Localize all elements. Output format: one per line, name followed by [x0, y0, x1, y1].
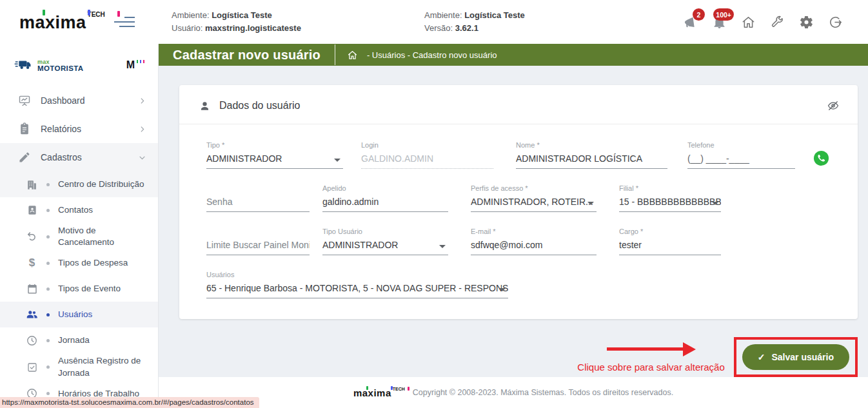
nome-label: Nome *	[516, 141, 667, 149]
calendar-icon	[26, 283, 38, 295]
sidebar-item-contatos[interactable]: Contatos	[0, 197, 158, 223]
perfis-label: Perfis de acesso *	[471, 184, 597, 192]
eye-slash-icon[interactable]	[827, 99, 840, 112]
whatsapp-icon[interactable]	[813, 150, 829, 166]
tools-wrench-icon[interactable]	[769, 14, 785, 30]
red-arrow-icon	[607, 342, 696, 356]
users-icon	[26, 309, 38, 321]
apelido-input[interactable]: galdino.admin	[322, 197, 448, 212]
perfis-field: Perfis de acesso * ADMINISTRADOR, ROTEIR…	[471, 184, 597, 212]
header-divider	[335, 44, 335, 65]
save-section: Clique sobre para salvar alteração ✓ Sal…	[179, 337, 858, 377]
chevron-right-icon	[138, 97, 146, 105]
megaphone-badge: 2	[693, 8, 705, 21]
bell-badge: 100+	[713, 8, 734, 21]
sidebar-item-cadastros[interactable]: Cadastros	[0, 143, 158, 171]
usuarios-select[interactable]: 65 - Henrique Barbosa - MOTORISTA, 5 - N…	[206, 283, 508, 298]
sidebar-subitem-label: Ausência Registro de Jornada	[58, 355, 149, 378]
sidebar-subitem-label: Centro de Distribuição	[58, 179, 144, 190]
sidebar-item-jornada[interactable]: Jornada	[0, 327, 158, 353]
tipo-usuario-field: Tipo Usuário ADMINISTRADOR	[322, 228, 448, 255]
ambiente-label: Ambiente:	[172, 10, 210, 20]
bullet-dot	[46, 183, 50, 186]
dropdown-caret-icon	[587, 202, 594, 205]
tipo-usuario-select[interactable]: ADMINISTRADOR	[322, 240, 448, 255]
notifications-bell-icon[interactable]: 100+	[711, 14, 727, 30]
maxmotorista-logo: max MOTORISTA	[14, 58, 84, 72]
environment-info-center: Ambiente: Logística Teste Versão: 3.62.1	[424, 9, 525, 35]
clock-icon	[26, 335, 38, 347]
top-bar: maximaTECH Ambiente: Logística Teste Usu…	[0, 0, 868, 44]
sidebar-item-motivo-de-cancelamento[interactable]: Motivo de Cancelamento	[0, 223, 158, 250]
copyright-text: Copyright © 2008-2023. Máxima Sistemas. …	[413, 388, 673, 397]
sidebar-item-tipos-de-despesa[interactable]: $ Tipos de Despesa	[0, 250, 158, 276]
building-icon	[26, 179, 38, 191]
undo-icon	[26, 231, 38, 243]
announcements-megaphone-icon[interactable]: 2	[682, 14, 698, 30]
environment-info-left: Ambiente: Logística Teste Usuário: maxst…	[172, 9, 384, 35]
versao-value: 3.62.1	[455, 23, 478, 33]
sidebar: max MOTORISTA M Dashboard Relatórios Cad…	[0, 44, 159, 408]
breadcrumb-text: - Usuários - Cadastro novo usuário	[367, 50, 497, 60]
chevron-down-icon	[138, 153, 146, 162]
ambiente-value-2: Logística Teste	[464, 10, 525, 20]
email-input[interactable]: sdfwqe@moi.com	[471, 240, 597, 255]
sidebar-item-dashboard[interactable]: Dashboard	[0, 86, 158, 115]
sidebar-item-label: Relatórios	[41, 124, 81, 134]
page-header: Cadastrar novo usuário - Usuários - Cada…	[159, 44, 868, 66]
home-icon[interactable]	[740, 14, 756, 30]
apelido-label: Apelido	[322, 184, 448, 192]
bullet-dot	[46, 235, 50, 238]
sidebar-item-usuarios[interactable]: Usuários	[0, 302, 158, 327]
tipo-usuario-label: Tipo Usuário	[322, 228, 448, 235]
filial-field: Filial * 15 - BBBBBBBBBBBBBB	[619, 184, 721, 212]
logout-icon[interactable]	[827, 14, 843, 30]
nome-input[interactable]: ADMINISTRADOR LOGÍSTICA	[516, 153, 667, 169]
link-status-bar: https://maxmotorista-tst.solucoesmaxima.…	[0, 397, 259, 408]
tipo-select[interactable]: ADMINISTRADOR	[206, 153, 343, 169]
telefone-field: Telefone (__) ____-____	[687, 141, 795, 169]
person-icon	[199, 100, 211, 112]
sidebar-subitem-label: Tipos de Evento	[58, 283, 121, 295]
bullet-dot	[46, 209, 50, 212]
bullet-dot	[46, 339, 50, 342]
dropdown-caret-icon	[334, 159, 340, 162]
contact-card-icon	[26, 204, 38, 217]
filial-select[interactable]: 15 - BBBBBBBBBBBBBB	[619, 197, 721, 212]
perfis-select[interactable]: ADMINISTRADOR, ROTEIR...	[471, 197, 597, 212]
dropdown-caret-icon	[439, 245, 446, 248]
breadcrumb: - Usuários - Cadastro novo usuário	[347, 50, 497, 61]
usuario-value: maxstring.logisticateste	[205, 23, 301, 33]
save-user-button[interactable]: ✓ Salvar usuário	[742, 344, 849, 370]
telefone-input[interactable]: (__) ____-____	[687, 153, 795, 169]
sidebar-item-tipos-de-evento[interactable]: Tipos de Evento	[0, 276, 158, 302]
tipo-label: Tipo *	[206, 141, 343, 149]
senha-input[interactable]: Senha	[206, 197, 310, 212]
dropdown-caret-icon	[499, 288, 506, 291]
cargo-field: Cargo * tester	[619, 228, 721, 255]
maxima-mini-logo: M	[126, 59, 135, 71]
ambiente-label-2: Ambiente:	[424, 10, 462, 20]
save-highlight-box: ✓ Salvar usuário	[734, 337, 858, 377]
save-button-label: Salvar usuário	[772, 352, 834, 362]
app-logo: maximaTECH	[0, 11, 160, 33]
email-field: E-mail * sdfwqe@moi.com	[471, 228, 597, 255]
card-title: Dados do usuário	[219, 100, 300, 112]
sidebar-subitem-label: Contatos	[58, 204, 93, 216]
breadcrumb-home-icon[interactable]	[347, 50, 358, 61]
settings-gear-icon[interactable]	[798, 14, 814, 30]
dollar-icon: $	[26, 257, 38, 269]
cargo-input[interactable]: tester	[619, 240, 721, 255]
limite-input[interactable]: Limite Buscar Painel Monitora...	[206, 240, 310, 255]
sidebar-item-ausencia-registro-jornada[interactable]: Ausência Registro de Jornada	[0, 353, 158, 380]
sidebar-item-centro-de-distribuicao[interactable]: Centro de Distribuição	[0, 171, 158, 197]
bullet-dot	[46, 262, 50, 265]
sidebar-item-relatorios[interactable]: Relatórios	[0, 115, 158, 143]
sidebar-subitem-label: Motivo de Cancelamento	[58, 225, 149, 248]
status-url-text: https://maxmotorista-tst.solucoesmaxima.…	[2, 398, 254, 406]
limite-field: Limite Buscar Painel Monitora...	[206, 228, 310, 255]
sidebar-subitem-label: Usuários	[58, 309, 92, 320]
save-annotation-text: Clique sobre para salvar alteração	[577, 362, 724, 373]
bullet-dot	[46, 287, 50, 291]
bullet-dot	[46, 392, 50, 395]
